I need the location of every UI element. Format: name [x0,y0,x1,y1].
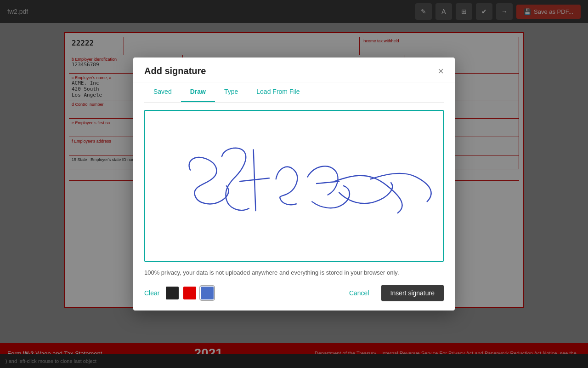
modal-body: Saved Draw Type Load From File [133,82,455,310]
color-swatch-black[interactable] [166,287,179,299]
signature-tabs: Saved Draw Type Load From File [144,82,444,103]
insert-signature-button[interactable]: Insert signature [381,285,444,301]
tab-type[interactable]: Type [215,82,247,102]
tab-draw[interactable]: Draw [181,82,215,102]
modal-title: Add signature [144,66,206,76]
modal-footer: Clear Cancel Insert signature [144,285,444,301]
add-signature-modal: Add signature × Saved Draw Type Load Fro… [133,58,455,310]
modal-close-button[interactable]: × [438,66,444,76]
privacy-text: 100% privacy, your data is not uploaded … [144,268,444,277]
tab-load-from-file[interactable]: Load From File [247,82,309,102]
signature-canvas[interactable] [144,110,444,262]
cancel-button[interactable]: Cancel [342,285,377,301]
clear-button[interactable]: Clear [144,289,159,297]
tab-saved[interactable]: Saved [144,82,181,102]
modal-header: Add signature × [133,58,455,82]
modal-overlay: Add signature × Saved Draw Type Load Fro… [0,0,588,368]
color-swatch-red[interactable] [183,287,196,299]
signature-drawing [145,111,443,261]
color-swatch-blue[interactable] [201,287,214,299]
